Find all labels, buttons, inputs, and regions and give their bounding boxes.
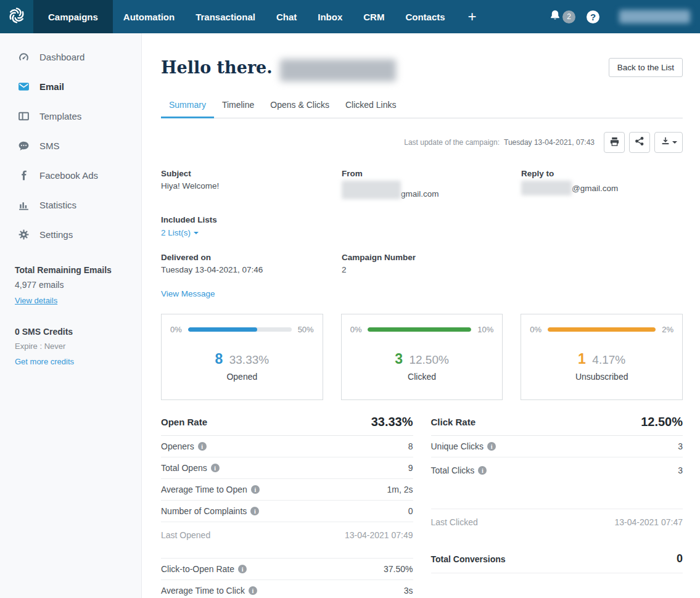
from-address-blurred [342,181,401,199]
tab-timeline[interactable]: Timeline [214,100,262,118]
nav-item-inbox[interactable]: Inbox [307,0,353,33]
sms-credits-title: 0 SMS Credits [15,327,141,337]
share-button[interactable] [629,132,650,153]
subject-label: Subject [161,169,342,178]
dashboard-gauge-icon [18,51,30,63]
sidebar-item-templates[interactable]: Templates [0,101,141,131]
top-navbar: Campaigns Automation Transactional Chat … [0,0,700,33]
click-rate-table: Click Rate 12.50% Unique Clicksi 3 Total… [431,415,683,598]
nav-item-campaigns[interactable]: Campaigns [33,0,113,33]
from-field: From gmail.com [342,169,521,199]
nav-item-chat[interactable]: Chat [266,0,307,33]
opened-label: Opened [170,372,314,382]
table-row-last-clicked: Last Clicked 13-04-2021 07:47 [431,509,683,535]
tab-summary[interactable]: Summary [161,100,214,118]
row-label: Total Conversions [431,554,506,564]
sidebar-item-email[interactable]: Email [0,72,141,101]
nav-item-automation[interactable]: Automation [113,0,185,33]
sms-credits-block: 0 SMS Credits Expire : Never Get more cr… [15,327,141,367]
row-value: 1m, 2s [387,485,413,494]
table-row-click-to-open: Click-to-Open Ratei 37.50% [161,558,413,580]
row-label: Average Time to Click [161,586,245,596]
gear-icon [18,229,30,240]
nav-item-crm[interactable]: CRM [353,0,395,33]
sms-credits-expire: Expire : Never [15,342,141,351]
account-name-blurred[interactable] [619,10,690,23]
included-lists-field: Included Lists 2 List(s) [161,215,683,238]
back-to-list-button[interactable]: Back to the List [609,58,683,77]
opened-count: 8 [215,351,223,367]
unsubscribed-label: Unsubscribed [530,372,673,382]
row-value: 3s [404,586,413,596]
view-message-link[interactable]: View Message [161,289,215,298]
reply-address-blurred [521,181,572,195]
row-label: Openers [161,441,194,451]
sidebar-item-label: Templates [39,111,81,121]
facebook-icon [18,170,30,181]
pinwheel-logo-icon [6,5,27,28]
sidebar-item-dashboard[interactable]: Dashboard [0,42,141,72]
sidebar-item-settings[interactable]: Settings [0,219,141,249]
info-icon[interactable]: i [238,565,247,573]
campaign-number-label: Campaign Number [342,253,521,262]
nav-item-transactional[interactable]: Transactional [185,0,266,33]
info-icon[interactable]: i [249,586,257,595]
from-domain: gmail.com [401,189,439,199]
add-menu-button[interactable]: + [456,0,489,33]
sidebar-item-label: SMS [39,141,60,151]
get-more-credits-link[interactable]: Get more credits [15,357,74,366]
unsubscribed-percent: 4.17% [592,353,625,366]
info-icon[interactable]: i [250,507,259,515]
table-row-last-opened: Last Opened 13-04-2021 07:49 [161,522,413,548]
row-value: 13-04-2021 07:49 [345,530,413,540]
sidebar-item-sms[interactable]: SMS [0,131,141,160]
brand-logo[interactable] [0,0,33,33]
download-icon [661,136,670,149]
info-icon[interactable]: i [251,485,260,494]
bar-max-label: 2% [662,325,673,334]
unsubscribed-progress-track [548,327,656,332]
row-label: Last Opened [161,530,210,540]
reply-domain: @gmail.com [572,184,618,193]
notifications-button[interactable]: 2 [549,9,575,24]
table-row-openers: Openersi 8 [161,436,413,457]
last-update-value: Tuesday 13-04-2021, 07:43 [504,138,595,147]
campaign-number-field: Campaign Number 2 [342,253,521,274]
table-row-unique-clicks: Unique Clicksi 3 [431,436,683,457]
sidebar-item-label: Settings [39,229,73,240]
included-lists-label: Included Lists [161,215,683,224]
sidebar-item-label: Email [39,81,64,92]
info-icon[interactable]: i [211,464,220,472]
last-update-label: Last update of the campaign: [404,138,500,147]
clicked-label: Clicked [350,372,494,382]
row-label: Click-to-Open Rate [161,564,234,574]
opened-card: 0% 50% 8 33.33% Opened [161,314,323,400]
bar-chart-icon [18,199,30,211]
subject-field: Subject Hiya! Welcome! [161,169,342,199]
info-icon[interactable]: i [478,466,487,475]
table-row-avg-time-open: Average Time to Openi 1m, 2s [161,479,413,501]
info-icon[interactable]: i [198,442,207,451]
info-icon[interactable]: i [487,442,496,451]
opened-percent: 33.33% [229,353,269,366]
remaining-emails-value: 4,977 emails [15,280,141,290]
help-button[interactable]: ? [587,10,599,23]
chevron-down-icon [194,232,199,234]
tab-opens-clicks[interactable]: Opens & Clicks [262,100,337,118]
download-button[interactable] [654,132,683,153]
tab-clicked-links[interactable]: Clicked Links [337,100,404,118]
sidebar-item-facebook-ads[interactable]: Facebook Ads [0,160,141,190]
open-rate-title: Open Rate [161,417,207,429]
included-lists-dropdown[interactable]: 2 List(s) [161,228,199,237]
open-rate-value: 33.33% [371,415,413,429]
print-button[interactable] [604,132,625,153]
sidebar-item-statistics[interactable]: Statistics [0,190,141,219]
main-content: Hello there. Back to the List Summary Ti… [142,33,700,598]
table-row-total-conversions: Total Conversions 0 [431,545,683,573]
view-details-link[interactable]: View details [15,296,57,305]
nav-item-contacts[interactable]: Contacts [395,0,455,33]
campaign-details: Subject Hiya! Welcome! From gmail.com Re… [161,169,683,274]
bar-min-label: 0% [350,325,362,334]
sidebar-item-label: Facebook Ads [39,170,98,181]
row-value: 3 [678,465,683,475]
